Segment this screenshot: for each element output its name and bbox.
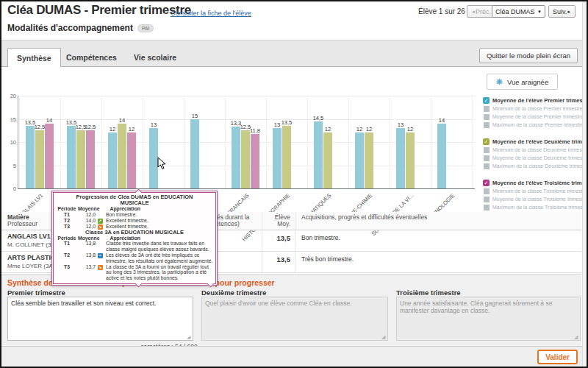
validate-button[interactable]: Valider xyxy=(537,350,578,364)
bar[interactable] xyxy=(45,124,54,188)
bar[interactable] xyxy=(67,126,76,188)
bar[interactable] xyxy=(127,132,136,188)
chart-gridline xyxy=(143,96,143,188)
checkbox-checked-icon[interactable]: ✓ xyxy=(483,97,490,104)
legend-item-unchecked[interactable]: Moyenne de la classe Deuxième trimestre xyxy=(483,154,586,162)
student-average: 13,5 xyxy=(262,230,295,251)
next-student-button[interactable]: Suiv.► xyxy=(548,5,576,18)
next-arrow-icon: ► xyxy=(567,10,571,14)
bar[interactable] xyxy=(355,132,364,188)
bar[interactable] xyxy=(406,132,415,188)
bar[interactable] xyxy=(365,132,373,188)
bar-value-label: 14,5 xyxy=(309,115,328,121)
trend-down-icon: ↘ xyxy=(98,265,103,270)
bar-value-label: 14 xyxy=(112,117,132,124)
legend-item-unchecked[interactable]: Minimum de la classe Troisième trimestre xyxy=(483,187,586,195)
tooltip-row: T214,0↗Excellent trimestre. xyxy=(56,218,213,224)
grade-progression-tooltip: Progression de Cléa DUMAS en EDUCATION M… xyxy=(51,191,218,286)
chevron-down-icon: ▼ xyxy=(537,10,542,14)
bar-value-label: 12,5 xyxy=(81,124,100,130)
chart-gridline xyxy=(307,96,308,188)
legend-item-unchecked[interactable]: Minimum de la classe Premier trimestre xyxy=(483,105,586,113)
legend-item-unchecked[interactable]: Maximum de la classe Troisième trimestre xyxy=(483,203,586,211)
checkbox-checked-icon[interactable]: ✓ xyxy=(483,138,490,145)
checkbox-unchecked-icon[interactable] xyxy=(484,147,490,153)
legend-label: Moyenne de l'élève Troisième trimestre xyxy=(492,180,588,186)
bar[interactable] xyxy=(241,130,250,188)
bar[interactable] xyxy=(190,119,199,189)
legend-item-unchecked[interactable]: Moyenne de la classe Premier trimestre xyxy=(483,113,586,121)
bar-value-label: 13,5 xyxy=(277,119,296,126)
bar[interactable] xyxy=(86,130,95,188)
vertical-scrollbar[interactable] xyxy=(582,1,587,367)
bar[interactable] xyxy=(323,132,332,188)
bar[interactable] xyxy=(26,126,35,188)
quit-fullscreen-button[interactable]: Quitter le mode plein écran xyxy=(479,48,578,63)
chart-gridline xyxy=(431,96,431,188)
checkbox-unchecked-icon[interactable] xyxy=(484,122,490,128)
bar-value-label: 12 xyxy=(318,126,337,132)
bar[interactable] xyxy=(437,124,446,188)
checkbox-unchecked-icon[interactable] xyxy=(484,197,490,202)
y-axis-tick-label: 15 xyxy=(4,116,16,123)
bar[interactable] xyxy=(108,132,117,188)
bar-value-label: 14 xyxy=(432,117,451,124)
tab-competences[interactable]: Compétences xyxy=(57,48,126,67)
checkbox-checked-icon[interactable]: ✓ xyxy=(483,180,490,186)
legend-item-checked[interactable]: ✓Moyenne de l'élève Troisième trimestre xyxy=(483,179,586,187)
bar[interactable] xyxy=(118,124,126,188)
pai-badge: PAI xyxy=(137,24,154,32)
resize-handle-icon: ◢ xyxy=(381,334,385,340)
bar[interactable] xyxy=(396,128,405,188)
tooltip-row: T113,8Classe très investie dans les trav… xyxy=(56,241,213,252)
accompaniment-subtitle: Modalités d'accompagnement xyxy=(7,23,133,33)
bar[interactable] xyxy=(232,127,240,188)
legend-group: ✓Moyenne de l'élève Premier trimestreMin… xyxy=(483,96,586,129)
student-select[interactable]: Cléa DUMAS▼ xyxy=(492,5,545,18)
bar[interactable] xyxy=(273,128,282,188)
checkbox-unchecked-icon[interactable] xyxy=(484,188,490,194)
tooltip-header-row: PériodeMoyenneAppréciation xyxy=(56,236,213,241)
checkbox-unchecked-icon[interactable] xyxy=(484,205,490,210)
chart-gridline xyxy=(266,96,267,188)
chart-legend: ✓Moyenne de l'élève Premier trimestreMin… xyxy=(483,96,586,220)
tooltip-class-title: Classe 3A en EDUCATION MUSICALE xyxy=(67,230,203,236)
y-axis-tick-label: 0 xyxy=(4,185,16,192)
legend-label: Maximum de la classe Troisième trimestre xyxy=(492,205,588,210)
legend-label: Minimum de la classe Troisième trimestre xyxy=(492,188,587,194)
tooltip-header-row: PériodeMoyenneAppréciation xyxy=(56,206,213,212)
legend-item-unchecked[interactable]: Maximum de la classe Premier trimestre xyxy=(483,121,586,129)
trimester1-textarea[interactable]: Cléa semble bien travailler et son nivea… xyxy=(7,297,193,341)
legend-item-unchecked[interactable]: Moyenne de la classe Troisième trimestre xyxy=(483,195,586,203)
bar[interactable] xyxy=(251,134,259,188)
legend-label: Moyenne de l'élève Premier trimestre xyxy=(492,97,588,104)
student-average: 13,5 xyxy=(262,252,295,272)
tab-strip: Synthèse Compétences Vie scolaire Quitte… xyxy=(1,40,587,66)
legend-item-checked[interactable]: ✓Moyenne de l'élève Deuxième trimestre xyxy=(483,138,586,146)
legend-item-unchecked[interactable]: Maximum de la classe Deuxième trimestre xyxy=(483,162,586,170)
bar[interactable] xyxy=(35,130,44,188)
resize-handle-icon[interactable]: ◢ xyxy=(187,334,190,340)
checkbox-unchecked-icon[interactable] xyxy=(484,114,490,120)
checkbox-unchecked-icon[interactable] xyxy=(484,106,490,112)
legend-label: Moyenne de la classe Premier trimestre xyxy=(492,114,583,119)
bar[interactable] xyxy=(76,130,85,188)
legend-label: Maximum de la classe Premier trimestre xyxy=(492,122,584,127)
legend-label: Moyenne de la classe Deuxième trimestre xyxy=(492,155,588,160)
tab-synthese[interactable]: Synthèse xyxy=(7,48,61,67)
checkbox-unchecked-icon[interactable] xyxy=(484,155,490,161)
legend-label: Minimum de la classe Deuxième trimestre xyxy=(492,147,588,152)
student-record-link[interactable]: Consulter la fiche de l'élève xyxy=(171,10,251,17)
trend-equal-icon: = xyxy=(98,253,103,258)
bar[interactable] xyxy=(282,126,291,188)
appreciation-text: Très bon trimestre. xyxy=(295,252,581,272)
legend-item-unchecked[interactable]: Minimum de la classe Deuxième trimestre xyxy=(483,146,586,154)
legend-item-checked[interactable]: ✓Moyenne de l'élève Premier trimestre xyxy=(483,96,586,105)
tooltip-row: T112,0Bon trimestre. xyxy=(56,212,213,218)
synthese-panel: ❋ Vue araignée 0510152013,512,514ANGLAIS… xyxy=(1,66,587,346)
tooltip-row: T213,8=Les élèves de 3A ont été très imp… xyxy=(56,252,213,264)
checkbox-unchecked-icon[interactable] xyxy=(484,163,490,169)
bar-value-label: 15 xyxy=(185,113,204,119)
trimester3-textarea: Une année satisfaisante. Cléa gagnerait … xyxy=(396,297,581,341)
tab-vie-scolaire[interactable]: Vie scolaire xyxy=(125,48,185,67)
